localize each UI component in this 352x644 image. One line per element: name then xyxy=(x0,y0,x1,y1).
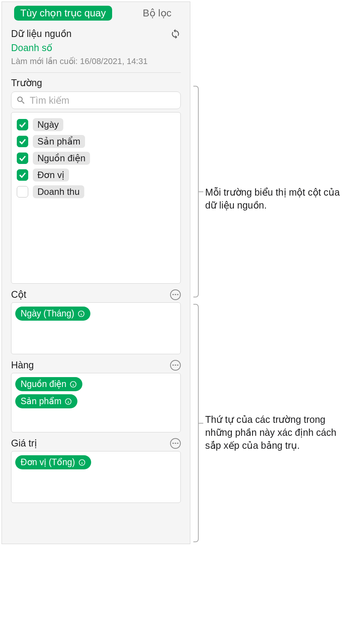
fields-list: NgàySản phẩmNguồn điệnĐơn vịDoanh thu xyxy=(11,112,181,284)
callout-leader xyxy=(199,191,203,192)
field-tag[interactable]: Nguồn điện xyxy=(33,152,90,165)
source-table-name: Doanh số xyxy=(11,42,181,53)
info-icon xyxy=(69,381,77,388)
pill-label: Nguồn điện xyxy=(21,379,66,389)
columns-dropzone[interactable]: Ngày (Tháng) xyxy=(11,302,181,354)
columns-more-button[interactable] xyxy=(170,289,181,300)
callout-bracket xyxy=(193,86,199,297)
field-tag[interactable]: Đơn vị xyxy=(33,169,69,181)
search-icon xyxy=(16,95,26,105)
columns-label: Cột xyxy=(11,289,26,300)
values-dropzone[interactable]: Đơn vị (Tổng) xyxy=(11,451,181,503)
pill-label: Sản phẩm xyxy=(21,396,61,406)
field-pill[interactable]: Ngày (Tháng) xyxy=(15,307,90,321)
columns-section: Cột Ngày (Tháng) xyxy=(2,284,190,354)
fields-label: Trường xyxy=(11,77,181,88)
rows-label: Hàng xyxy=(11,360,34,371)
refresh-icon[interactable] xyxy=(170,29,181,39)
field-row: Đơn vị xyxy=(15,167,177,183)
rows-section: Hàng Nguồn điệnSản phẩm xyxy=(2,354,190,432)
callout-leader xyxy=(199,423,203,424)
values-more-button[interactable] xyxy=(170,438,181,449)
info-icon xyxy=(64,398,72,405)
fields-section: Trường NgàySản phẩmNguồn điệnĐơn vịDoanh… xyxy=(2,73,190,284)
field-pill[interactable]: Đơn vị (Tổng) xyxy=(15,455,91,469)
callout-order: Thứ tự của các trường trong những phần n… xyxy=(205,413,342,452)
last-refreshed-label: Làm mới lần cuối: 16/08/2021, 14:31 xyxy=(11,56,181,66)
pivot-options-panel: Tùy chọn trục quay Bộ lọc Dữ liệu nguồn … xyxy=(2,2,190,544)
field-pill[interactable]: Sản phẩm xyxy=(15,394,77,408)
callout-fields: Mỗi trường biểu thị một cột của dữ liệu … xyxy=(205,186,342,212)
rows-more-button[interactable] xyxy=(170,360,181,371)
values-section: Giá trị Đơn vị (Tổng) xyxy=(2,432,190,503)
pill-label: Đơn vị (Tổng) xyxy=(21,457,75,467)
source-data-section: Dữ liệu nguồn Doanh số Làm mới lần cuối:… xyxy=(11,24,181,73)
info-icon xyxy=(77,310,85,318)
field-pill[interactable]: Nguồn điện xyxy=(15,377,82,391)
field-checkbox[interactable] xyxy=(17,136,28,147)
field-checkbox[interactable] xyxy=(17,153,28,164)
field-checkbox[interactable] xyxy=(17,119,28,130)
tab-filter[interactable]: Bộ lọc xyxy=(137,6,177,21)
tab-pivot-options[interactable]: Tùy chọn trục quay xyxy=(14,6,112,21)
source-data-label: Dữ liệu nguồn xyxy=(11,28,72,39)
pill-label: Ngày (Tháng) xyxy=(21,308,74,319)
field-tag[interactable]: Ngày xyxy=(33,118,63,131)
field-tag[interactable]: Sản phẩm xyxy=(33,135,85,148)
field-tag[interactable]: Doanh thu xyxy=(33,185,84,198)
callout-bracket xyxy=(193,304,199,542)
fields-search[interactable] xyxy=(11,92,181,109)
field-row: Ngày xyxy=(15,116,177,133)
field-checkbox[interactable] xyxy=(17,169,28,181)
field-row: Sản phẩm xyxy=(15,133,177,150)
field-row: Doanh thu xyxy=(15,183,177,200)
values-label: Giá trị xyxy=(11,438,37,449)
rows-dropzone[interactable]: Nguồn điệnSản phẩm xyxy=(11,373,181,432)
panel-tabs: Tùy chọn trục quay Bộ lọc xyxy=(2,2,190,24)
field-checkbox[interactable] xyxy=(17,186,28,198)
field-row: Nguồn điện xyxy=(15,150,177,167)
info-icon xyxy=(78,459,86,466)
search-input[interactable] xyxy=(30,95,176,106)
